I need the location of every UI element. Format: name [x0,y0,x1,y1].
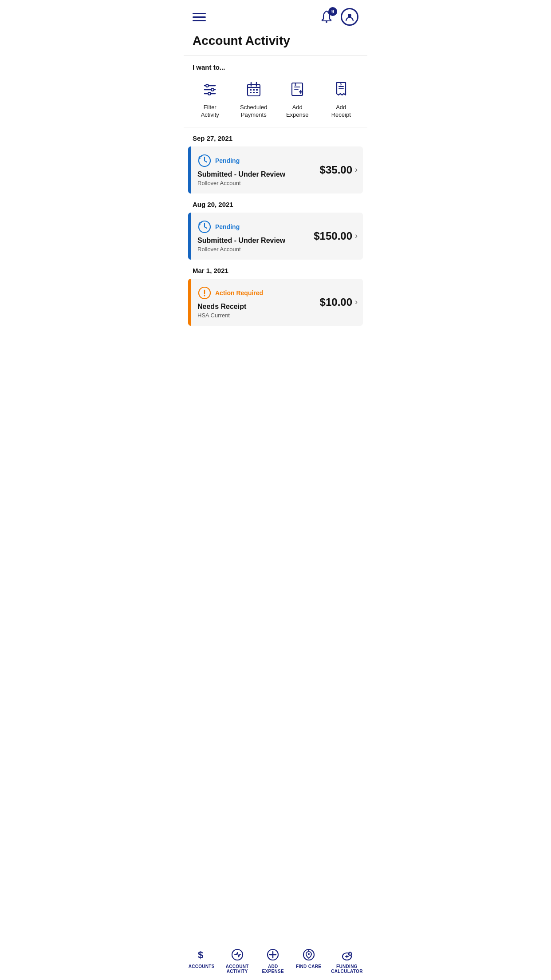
activity-section: Sep 27, 2021 Pending Submitted - Und [184,127,367,370]
add-expense-button[interactable]: $ AddExpense [279,77,315,119]
avatar-button[interactable] [341,8,358,26]
nav-add-expense[interactable]: ADD EXPENSE [260,948,286,974]
nav-find-care[interactable]: FIND CARE [295,948,322,974]
card-subtitle-3: HSA Current [197,312,320,319]
scheduled-payments-label: ScheduledPayments [240,104,267,119]
activity-card-1[interactable]: Pending Submitted - Under Review Rollove… [188,146,363,194]
activity-card-3[interactable]: Action Required Needs Receipt HSA Curren… [188,279,363,326]
filter-activity-label: FilterActivity [201,104,219,119]
chevron-icon-3: › [355,297,358,307]
quick-actions-label: I want to... [188,63,363,77]
card-info-1: Pending Submitted - Under Review Rollove… [197,154,320,186]
status-label-2: Pending [215,223,240,230]
card-subtitle-1: Rollover Account [197,180,320,186]
svg-text:$: $ [349,952,350,955]
card-border-1 [188,146,191,194]
quick-actions-section: I want to... FilterActivity [184,55,367,127]
svg-text:$: $ [295,83,296,87]
calendar-icon [242,77,265,100]
card-title-3: Needs Receipt [197,303,320,311]
svg-point-7 [208,92,211,95]
header-icons: 9 [319,8,358,26]
bottom-nav: $ ACCOUNTS ACCOUNT ACTIVITY ADD EXPENSE [184,943,367,980]
svg-rect-13 [253,89,255,91]
svg-point-31 [204,295,205,296]
header: 9 [184,0,367,30]
pending-clock-icon-2 [197,220,212,234]
card-amount-1: $35.00 [320,164,352,176]
svg-point-3 [206,84,209,87]
funding-calculator-icon: $ [340,948,354,962]
add-receipt-label: AddReceipt [331,104,351,119]
add-receipt-icon: $ [330,77,353,100]
nav-add-expense-label: ADD EXPENSE [262,964,284,974]
card-title-2: Submitted - Under Review [197,237,314,245]
action-required-icon [197,286,212,300]
quick-actions-row: FilterActivity ScheduledPayments [188,77,363,119]
pending-clock-icon-1 [197,154,212,168]
nav-funding-calculator[interactable]: $ FUNDING CALCULATOR [331,948,363,974]
svg-point-38 [308,953,310,955]
svg-point-0 [326,21,327,23]
svg-text:$: $ [340,83,342,86]
card-title-1: Submitted - Under Review [197,170,320,178]
svg-point-1 [348,14,351,17]
svg-rect-14 [256,89,258,91]
card-amount-2: $150.00 [314,230,352,242]
card-status-row-2: Pending [197,220,314,234]
nav-find-care-label: FIND CARE [296,964,321,969]
notification-badge: 9 [328,7,337,16]
svg-rect-17 [256,92,258,93]
date-header-aug20: Aug 20, 2021 [184,194,367,213]
card-border-3 [188,279,191,326]
chevron-icon-1: › [355,165,358,174]
card-content-1: Pending Submitted - Under Review Rollove… [191,146,363,194]
filter-activity-button[interactable]: FilterActivity [192,77,228,119]
nav-funding-calculator-label: FUNDING CALCULATOR [331,964,363,974]
card-subtitle-2: Rollover Account [197,246,314,253]
svg-point-33 [232,949,243,960]
card-content-3: Action Required Needs Receipt HSA Curren… [191,279,363,326]
nav-accounts[interactable]: $ ACCOUNTS [188,948,215,974]
add-expense-nav-icon [266,948,280,962]
notification-button[interactable]: 9 [319,9,335,25]
filter-icon [198,77,221,100]
nav-accounts-label: ACCOUNTS [189,964,215,969]
card-content-2: Pending Submitted - Under Review Rollove… [191,213,363,260]
activity-card-2[interactable]: Pending Submitted - Under Review Rollove… [188,213,363,260]
status-label-1: Pending [215,157,240,164]
card-info-3: Action Required Needs Receipt HSA Curren… [197,286,320,319]
card-right-1: $35.00 › [320,164,358,176]
svg-text:$: $ [198,949,203,960]
card-amount-3: $10.00 [320,296,352,308]
svg-point-5 [211,88,214,91]
scheduled-payments-button[interactable]: ScheduledPayments [236,77,272,119]
date-header-sep27: Sep 27, 2021 [184,127,367,146]
menu-button[interactable] [193,13,206,21]
accounts-icon: $ [194,948,209,962]
svg-rect-15 [250,92,252,93]
card-border-2 [188,213,191,260]
svg-rect-16 [253,92,255,93]
add-expense-label: AddExpense [286,104,309,119]
account-activity-icon [230,948,244,962]
add-expense-icon: $ [286,77,309,100]
find-care-icon [302,948,316,962]
page-title: Account Activity [184,30,367,55]
chevron-icon-2: › [355,231,358,241]
status-label-3: Action Required [215,289,263,296]
nav-account-activity-label: ACCOUNT ACTIVITY [226,964,249,974]
date-header-mar1: Mar 1, 2021 [184,260,367,279]
nav-account-activity[interactable]: ACCOUNT ACTIVITY [224,948,251,974]
card-status-row-3: Action Required [197,286,320,300]
add-receipt-button[interactable]: $ AddReceipt [323,77,359,119]
card-right-3: $10.00 › [320,296,358,308]
card-right-2: $150.00 › [314,230,358,242]
card-info-2: Pending Submitted - Under Review Rollove… [197,220,314,253]
card-status-row-1: Pending [197,154,320,168]
svg-rect-12 [250,89,252,91]
